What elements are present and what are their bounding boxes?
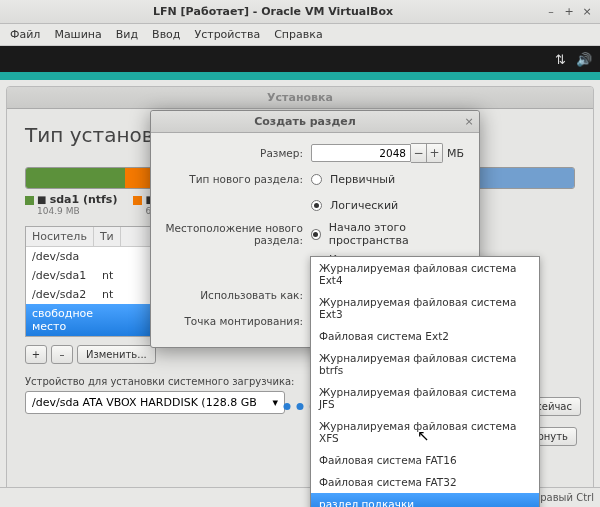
type-label: Тип нового раздела: (163, 173, 311, 185)
size-plus-button[interactable]: + (427, 143, 443, 163)
size-spinner[interactable]: − + (311, 143, 443, 163)
menu-view[interactable]: Вид (116, 28, 138, 41)
radio-logical[interactable] (311, 200, 322, 211)
accent-bar (0, 72, 600, 80)
filesystem-option[interactable]: Файловая система FAT16 (311, 449, 539, 471)
size-label: Размер: (163, 147, 311, 159)
window-minimize-button[interactable]: – (544, 5, 558, 19)
legend-item: ■ sda1 (ntfs)104.9 MB (25, 193, 117, 216)
filesystem-option[interactable]: Журналируемая файловая система XFS (311, 415, 539, 449)
table-row[interactable]: /dev/sda1nt (26, 266, 164, 285)
host-key-label: Правый Ctrl (533, 492, 594, 503)
network-icon[interactable]: ⇅ (555, 52, 566, 67)
menu-help[interactable]: Справка (274, 28, 322, 41)
dot (297, 403, 304, 410)
menu-file[interactable]: Файл (10, 28, 40, 41)
use-as-label: Использовать как: (163, 289, 311, 301)
table-row-selected[interactable]: свободное место (26, 304, 164, 336)
mount-label: Точка монтирования: (163, 315, 311, 327)
radio-primary[interactable] (311, 174, 322, 185)
radio-location-begin[interactable] (311, 229, 321, 240)
chevron-down-icon: ▾ (272, 396, 278, 409)
window-title: LFN [Работает] - Oracle VM VirtualBox (6, 5, 540, 18)
dot (284, 403, 291, 410)
size-unit: МБ (447, 147, 464, 160)
installer-title: Установка (267, 91, 333, 104)
bootloader-select[interactable]: /dev/sda ATA VBOX HARDDISK (128.8 GB ▾ (25, 391, 285, 414)
dialog-titlebar: Создать раздел × (151, 111, 479, 133)
window-close-button[interactable]: × (580, 5, 594, 19)
filesystem-option[interactable]: Журналируемая файловая система btrfs (311, 347, 539, 381)
menu-machine[interactable]: Машина (54, 28, 101, 41)
window-titlebar: LFN [Работает] - Oracle VM VirtualBox – … (0, 0, 600, 24)
filesystem-option[interactable]: раздел подкачки (311, 493, 539, 507)
dialog-close-button[interactable]: × (459, 115, 479, 128)
location-label: Местоположение нового раздела: (163, 222, 311, 246)
menu-devices[interactable]: Устройства (194, 28, 260, 41)
table-row[interactable]: /dev/sda (26, 247, 164, 266)
change-partition-button[interactable]: Изменить... (77, 345, 156, 364)
remove-partition-button[interactable]: – (51, 345, 73, 364)
filesystem-option[interactable]: Журналируемая файловая система Ext3 (311, 291, 539, 325)
window-maximize-button[interactable]: + (562, 5, 576, 19)
filesystem-option[interactable]: Журналируемая файловая система JFS (311, 381, 539, 415)
filesystem-option[interactable]: Файловая система FAT32 (311, 471, 539, 493)
filesystem-option[interactable]: Журналируемая файловая система Ext4 (311, 257, 539, 291)
vm-toolbar: ⇅ 🔊 (0, 46, 600, 72)
size-minus-button[interactable]: − (411, 143, 427, 163)
size-input[interactable] (311, 144, 411, 162)
menubar: Файл Машина Вид Ввод Устройства Справка (0, 24, 600, 46)
table-row[interactable]: /dev/sda2nt (26, 285, 164, 304)
sound-icon[interactable]: 🔊 (576, 52, 592, 67)
dialog-title: Создать раздел (151, 115, 459, 128)
add-partition-button[interactable]: + (25, 345, 47, 364)
filesystem-dropdown[interactable]: Журналируемая файловая система Ext4Журна… (310, 256, 540, 507)
partition-segment (26, 168, 125, 188)
installer-titlebar: Установка (7, 87, 593, 109)
table-header: Носитель Ти (26, 227, 164, 247)
partition-table[interactable]: Носитель Ти /dev/sda /dev/sda1nt /dev/sd… (25, 226, 165, 337)
filesystem-option[interactable]: Файловая система Ext2 (311, 325, 539, 347)
menu-input[interactable]: Ввод (152, 28, 180, 41)
